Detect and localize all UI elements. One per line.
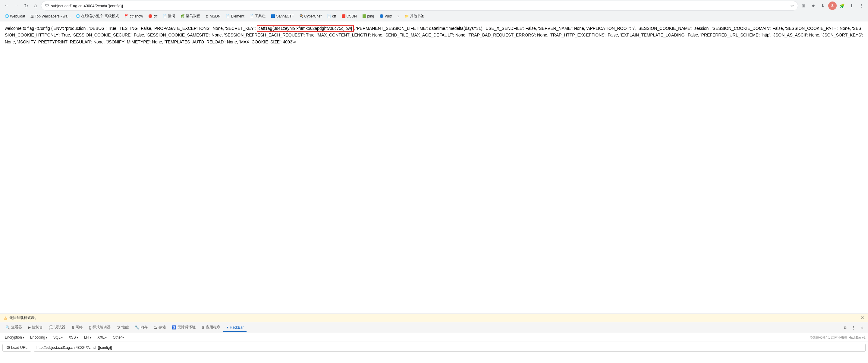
title-bar: ← → ↻ ⌂ 🛡 subject.catf1ag.cn:43004/?cmd=… [0, 0, 868, 11]
bookmark-toolbar[interactable]: 📄 工具栏 [247, 13, 268, 20]
bookmark-ping[interactable]: 🟩 ping [360, 13, 377, 19]
bookmark-vulnerability-icon: 📄 [163, 14, 167, 18]
bookmark-webgoat-label: WebGoat [10, 14, 25, 19]
forward-button[interactable]: → [12, 1, 21, 10]
bookmark-wallpapers[interactable]: 🖼 Top Wallpapers - wa... [28, 13, 73, 19]
bookmark-element-icon: 📄 [226, 14, 230, 18]
bookmark-vultr[interactable]: 🔵 Vultr [377, 13, 394, 19]
url-display: subject.catf1ag.cn:43004/?cmd={{config}} [51, 4, 788, 8]
address-bar[interactable]: 🛡 subject.catf1ag.cn:43004/?cmd={{config… [41, 1, 798, 10]
home-button[interactable]: ⌂ [31, 1, 40, 10]
bookmark-other-label: 其他书签 [410, 13, 424, 19]
bookmarks-bar: 🌐 WebGoat 🖼 Top Wallpapers - wa... 🌐 在线缩… [0, 11, 868, 21]
bookmark-ping-icon: 🟩 [362, 14, 367, 18]
bookmark-more[interactable]: » [395, 13, 402, 19]
bookmark-wallpapers-label: Top Wallpapers - wa... [35, 14, 70, 19]
bookmark-runoob[interactable]: 🌿 菜鸟教程 [178, 13, 203, 20]
bookmark-element-label: Element [231, 14, 244, 19]
bookmark-vultr-label: Vultr [384, 14, 392, 19]
bookmark-csdn-label: CSDN [347, 14, 357, 19]
bookmark-star-icon: ☆ [790, 3, 794, 8]
bookmark-more-label: » [397, 14, 399, 19]
content-before-flag: welcome to flag <Config {'ENV': 'product… [5, 26, 257, 31]
security-icon: 🛡 [45, 3, 49, 8]
share-button[interactable]: ⬆ [847, 1, 856, 10]
profile-button[interactable]: S [828, 1, 837, 10]
bookmark-csdn[interactable]: 🟥 CSDN [339, 13, 359, 19]
back-button[interactable]: ← [2, 1, 11, 10]
bookmark-vultr-icon: 🔵 [379, 14, 384, 18]
bookmark-runoob-label: 菜鸟教程 [186, 13, 200, 19]
bookmark-cyberchef-icon: 🍳 [299, 14, 304, 18]
bookmark-ctfshow[interactable]: 🚩 ctf.show [122, 13, 145, 19]
bookmark-ctf2[interactable]: 📄 ctf [324, 13, 338, 19]
bookmark-wallpapers-icon: 🖼 [30, 14, 34, 18]
bookmark-ctf-label: ctf [153, 14, 157, 19]
bookmark-resize-icon: 🌐 [76, 14, 80, 18]
bookmark-csdn-icon: 🟥 [341, 14, 346, 18]
extension-btn-1[interactable]: 🧩 [838, 1, 846, 10]
bookmark-sanhactf[interactable]: 🟦 SanhaCTF [269, 13, 296, 19]
bookmark-cyberchef-label: CyberChef [304, 14, 321, 19]
bookmark-webgoat-icon: 🌐 [5, 14, 9, 18]
bookmark-toolbar-icon: 📄 [250, 14, 254, 18]
bookmark-runoob-icon: 🌿 [181, 14, 185, 18]
bookmark-msdn-icon: 🗓 [206, 14, 209, 18]
bookmark-msdn[interactable]: 🗓 MSDN [203, 13, 223, 19]
favorites-button[interactable]: ★ [809, 1, 817, 10]
bookmark-other-icon: 📁 [405, 14, 409, 18]
bookmark-vulnerability[interactable]: 📄 漏洞 [160, 13, 178, 20]
bookmark-msdn-label: MSDN [210, 14, 220, 19]
bookmark-sanhactf-label: SanhaCTF [276, 14, 293, 19]
bookmark-cyberchef[interactable]: 🍳 CyberChef [297, 13, 324, 19]
bookmark-toolbar-label: 工具栏 [255, 13, 266, 19]
bookmark-ping-label: ping [367, 14, 374, 19]
flag-value: catf1ag{3s41zeynr9ixf8mko62apdghtv0uc75q… [257, 25, 353, 32]
bookmark-ctf2-label: ctf [332, 14, 336, 19]
bookmark-ctf-icon: 🔴 [148, 14, 153, 18]
reload-button[interactable]: ↻ [22, 1, 30, 10]
download-button[interactable]: ⬇ [818, 1, 827, 10]
bookmark-resize-label: 在线缩小图片: 高级模式 [81, 13, 119, 19]
bookmark-ctf[interactable]: 🔴 ctf [146, 13, 160, 19]
bookmark-ctfshow-label: ctf.show [130, 14, 143, 19]
bookmark-sanhactf-icon: 🟦 [271, 14, 275, 18]
page-text: welcome to flag <Config {'ENV': 'product… [5, 25, 863, 45]
extensions-button[interactable]: ⊞ [799, 1, 808, 10]
bookmark-ctf2-icon: 📄 [327, 14, 331, 18]
page-content: welcome to flag <Config {'ENV': 'product… [0, 22, 868, 166]
bookmark-vulnerability-label: 漏洞 [168, 13, 175, 19]
bookmark-other[interactable]: 📁 其他书签 [402, 13, 427, 20]
bookmark-resize[interactable]: 🌐 在线缩小图片: 高级模式 [73, 13, 122, 20]
browser-chrome: ← → ↻ ⌂ 🛡 subject.catf1ag.cn:43004/?cmd=… [0, 0, 868, 22]
toolbar-right: ⊞ ★ ⬇ S 🧩 ⬆ ⋮ [799, 1, 866, 10]
bookmark-ctfshow-icon: 🚩 [124, 14, 129, 18]
more-button[interactable]: ⋮ [857, 1, 866, 10]
bookmark-webgoat[interactable]: 🌐 WebGoat [2, 13, 27, 19]
bookmark-element[interactable]: 📄 Element [223, 13, 247, 19]
